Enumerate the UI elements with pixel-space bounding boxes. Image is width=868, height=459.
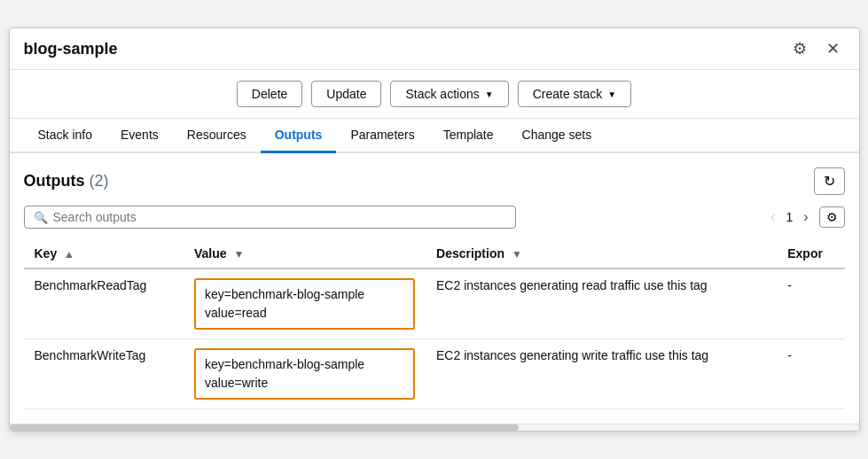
tab-change-sets[interactable]: Change sets xyxy=(508,119,606,153)
delete-button[interactable]: Delete xyxy=(237,81,302,107)
page-number: 1 xyxy=(786,210,793,224)
horizontal-scrollbar[interactable] xyxy=(10,424,859,431)
pagination: ‹ 1 › ⚙ xyxy=(765,206,844,228)
section-count: (2) xyxy=(90,172,109,190)
create-stack-label: Create stack xyxy=(533,87,603,101)
title-bar-actions: ⚙ ✕ xyxy=(787,37,845,60)
col-value: Value ▼ xyxy=(184,239,426,268)
window-title: blog-sample xyxy=(24,40,118,58)
col-key: Key ▲ xyxy=(24,239,184,268)
toolbar: Delete Update Stack actions ▼ Create sta… xyxy=(10,70,859,119)
update-button[interactable]: Update xyxy=(311,81,381,107)
arrow-left-icon: ‹ xyxy=(770,209,775,224)
search-icon: 🔍 xyxy=(34,211,48,224)
sort-asc-icon: ▲ xyxy=(64,248,74,261)
row1-export: - xyxy=(777,268,844,339)
scrollbar-thumb[interactable] xyxy=(10,424,520,431)
table-settings-button[interactable]: ⚙ xyxy=(819,206,845,228)
col-description: Description ▼ xyxy=(426,239,777,268)
table-row: BenchmarkReadTag key=benchmark-blog-samp… xyxy=(24,268,845,339)
row1-value-line2: value=read xyxy=(205,306,267,320)
arrow-right-icon: › xyxy=(803,209,808,224)
table-row: BenchmarkWriteTag key=benchmark-blog-sam… xyxy=(24,339,845,409)
tab-bar: Stack info Events Resources Outputs Para… xyxy=(10,119,859,153)
table-header-row: Key ▲ Value ▼ Description ▼ Expor xyxy=(24,239,845,268)
search-row: 🔍 ‹ 1 › ⚙ xyxy=(24,206,845,229)
row1-value-cell: key=benchmark-blog-sample value=read xyxy=(194,278,415,330)
sort-desc-icon-desc: ▼ xyxy=(512,248,522,261)
row2-value-line1: key=benchmark-blog-sample xyxy=(205,357,364,371)
chevron-down-icon-2: ▼ xyxy=(607,89,616,99)
search-container: 🔍 xyxy=(24,206,517,229)
gear-sm-icon: ⚙ xyxy=(826,210,838,224)
create-stack-button[interactable]: Create stack ▼ xyxy=(518,81,632,107)
tab-parameters[interactable]: Parameters xyxy=(336,119,428,153)
main-window: blog-sample ⚙ ✕ Delete Update Stack acti… xyxy=(9,27,860,432)
tab-events[interactable]: Events xyxy=(106,119,173,153)
row2-key: BenchmarkWriteTag xyxy=(24,339,184,409)
tab-resources[interactable]: Resources xyxy=(173,119,261,153)
row2-export: - xyxy=(777,339,844,409)
row2-value-cell: key=benchmark-blog-sample value=write xyxy=(194,348,415,400)
row2-value: key=benchmark-blog-sample value=write xyxy=(184,339,426,409)
row2-description: EC2 instances generating write traffic u… xyxy=(426,339,777,409)
tab-stack-info[interactable]: Stack info xyxy=(24,119,106,153)
refresh-icon: ↻ xyxy=(824,174,835,189)
row1-description: EC2 instances generating read traffic us… xyxy=(426,268,777,339)
sort-desc-icon-value: ▼ xyxy=(234,248,245,261)
outputs-table: Key ▲ Value ▼ Description ▼ Expor xyxy=(24,239,845,409)
row1-value: key=benchmark-blog-sample value=read xyxy=(184,268,426,339)
section-title: Outputs (2) xyxy=(24,172,109,191)
col-export: Expor xyxy=(777,239,844,268)
close-button[interactable]: ✕ xyxy=(821,37,845,60)
content-area: Outputs (2) ↻ 🔍 ‹ 1 › ⚙ xyxy=(10,153,859,424)
refresh-button[interactable]: ↻ xyxy=(814,167,845,195)
tab-template[interactable]: Template xyxy=(429,119,508,153)
row1-key: BenchmarkReadTag xyxy=(24,268,184,339)
close-icon: ✕ xyxy=(826,40,840,58)
section-header: Outputs (2) ↻ xyxy=(24,167,845,195)
stack-actions-button[interactable]: Stack actions ▼ xyxy=(390,81,508,107)
search-input[interactable] xyxy=(53,210,507,224)
next-page-button[interactable]: › xyxy=(798,207,813,227)
row1-value-line1: key=benchmark-blog-sample xyxy=(205,287,364,301)
section-title-text: Outputs xyxy=(24,172,85,190)
stack-actions-label: Stack actions xyxy=(405,87,479,101)
row2-value-line2: value=write xyxy=(205,376,268,390)
settings-icon-button[interactable]: ⚙ xyxy=(787,37,812,60)
chevron-down-icon: ▼ xyxy=(485,89,494,99)
title-bar: blog-sample ⚙ ✕ xyxy=(10,28,859,70)
gear-icon: ⚙ xyxy=(793,40,807,58)
prev-page-button[interactable]: ‹ xyxy=(765,207,780,227)
tab-outputs[interactable]: Outputs xyxy=(261,119,337,153)
